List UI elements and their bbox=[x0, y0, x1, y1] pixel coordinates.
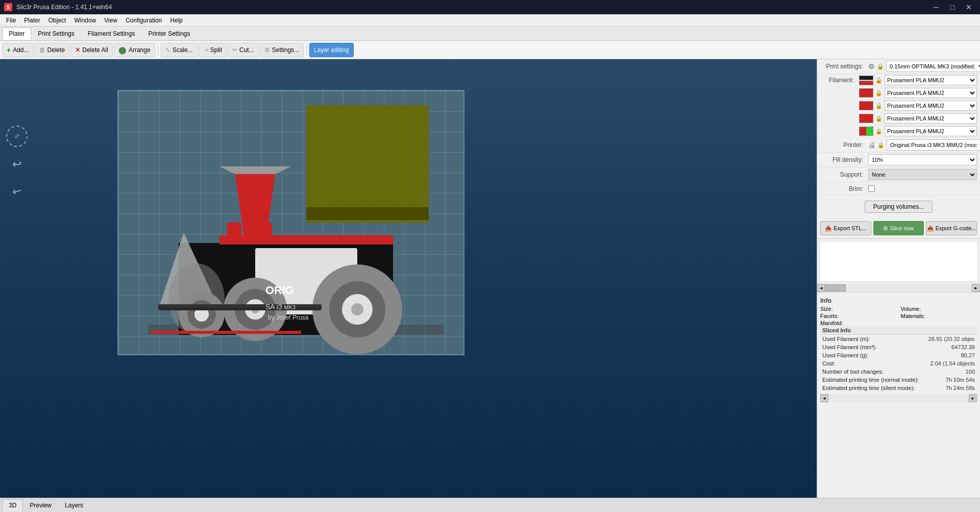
rotate-control[interactable]: ♂ bbox=[6, 126, 28, 147]
scroll-track[interactable] bbox=[825, 284, 972, 292]
scroll-right[interactable]: ► bbox=[972, 284, 980, 292]
used-filament-mm3-value: 64732.39 bbox=[924, 343, 977, 351]
info-panel: Info Size: Volume: Facets: Materials: Ma… bbox=[817, 292, 980, 405]
print-settings-select[interactable]: 0.15mm OPTIMAL MK3 (modified; bbox=[886, 61, 980, 72]
menu-plater[interactable]: Plater bbox=[20, 16, 44, 25]
add-label: Add... bbox=[13, 46, 29, 54]
titlebar-controls: ─ □ ✕ bbox=[929, 2, 976, 13]
view-controls: ♂ ↩ ↙ bbox=[6, 126, 28, 200]
filament-select-2[interactable]: Prusament PLA MMU2 bbox=[885, 88, 977, 98]
menu-window[interactable]: Window bbox=[70, 16, 100, 25]
split-label: Split bbox=[210, 46, 222, 54]
close-button[interactable]: ✕ bbox=[962, 2, 976, 13]
tab-plater[interactable]: Plater bbox=[2, 28, 31, 40]
restore-button[interactable]: □ bbox=[945, 2, 960, 13]
arrange-label: Arrange bbox=[129, 46, 151, 54]
info-scroll-track[interactable] bbox=[828, 394, 969, 402]
fill-density-select[interactable]: 10% bbox=[868, 154, 977, 165]
undo-control[interactable]: ↩ bbox=[8, 155, 26, 174]
sliced-info-header: Sliced Info bbox=[820, 326, 977, 335]
info-facets-label: Facets: bbox=[820, 313, 897, 319]
info-volume-label: Volume: bbox=[901, 306, 977, 312]
info-manifold-label: Manifold: bbox=[820, 320, 897, 326]
add-button[interactable]: + Add... bbox=[2, 43, 34, 57]
filament-color-black bbox=[859, 76, 873, 80]
info-scroll-left[interactable]: ◄ bbox=[820, 394, 828, 402]
train-scene: ORIG SA i3 MK3 by Josef Prusa bbox=[117, 90, 464, 355]
scale-label: Scale... bbox=[173, 46, 193, 54]
view-tab-layers[interactable]: Layers bbox=[58, 499, 90, 511]
svg-rect-24 bbox=[158, 304, 322, 307]
settings-label: Settings... bbox=[272, 46, 299, 54]
delete-label: Delete bbox=[47, 46, 65, 54]
brim-label: Brim: bbox=[820, 185, 866, 192]
print-time-silent-label: Estimated printing time (silent mode): bbox=[820, 384, 924, 392]
fill-density-label: Fill density: bbox=[820, 156, 866, 163]
slice-now-button[interactable]: ⚙ Slice now bbox=[873, 221, 924, 235]
info-size-label: Size: bbox=[820, 306, 897, 312]
svg-rect-6 bbox=[227, 223, 241, 244]
export-gcode-icon: 📤 bbox=[927, 225, 934, 232]
tab-filament-settings[interactable]: Filament Settings bbox=[81, 28, 142, 40]
export-stl-button[interactable]: 📤 Export STL... bbox=[820, 221, 871, 235]
menu-help[interactable]: Help bbox=[166, 16, 187, 25]
svg-rect-28 bbox=[151, 331, 301, 334]
info-basic: Size: Volume: Facets: Materials: Manifol… bbox=[820, 306, 977, 326]
used-filament-m-label: Used Filament (m): bbox=[820, 335, 924, 343]
info-materials-label: Materials: bbox=[901, 313, 977, 319]
split-button[interactable]: ⊣ Split bbox=[199, 43, 227, 57]
tab-print-settings[interactable]: Print Settings bbox=[31, 28, 81, 40]
menu-object[interactable]: Object bbox=[44, 16, 70, 25]
filament-select-4[interactable]: Prusament PLA MMU2 bbox=[885, 113, 977, 124]
print-settings-icon: ⚙ bbox=[868, 62, 875, 70]
info-scroll-right[interactable]: ► bbox=[969, 394, 977, 402]
tool-changes-value: 100 bbox=[924, 368, 977, 376]
printer-icon: 🖨 bbox=[868, 141, 875, 149]
toolbar: + Add... 🗑 Delete ✕ Delete All ⬤ Arrange… bbox=[0, 41, 980, 59]
view-tab-3d[interactable]: 3D bbox=[2, 499, 23, 511]
menu-file[interactable]: File bbox=[2, 16, 20, 25]
menu-configuration[interactable]: Configuration bbox=[121, 16, 166, 25]
filament-select-3[interactable]: Prusament PLA MMU2 bbox=[885, 101, 977, 111]
filament-select-1[interactable]: Prusament PLA MMU2 bbox=[885, 75, 977, 85]
action-buttons: 📤 Export STL... ⚙ Slice now 📤 Export G-c… bbox=[817, 218, 980, 239]
filament-select-5[interactable]: Prusament PLA MMU2 bbox=[885, 126, 977, 136]
pan-control[interactable]: ↙ bbox=[4, 178, 29, 203]
support-select[interactable]: None bbox=[868, 169, 977, 180]
arrange-button[interactable]: ⬤ Arrange bbox=[114, 43, 155, 57]
settings-icon: ⚙ bbox=[264, 46, 270, 54]
app-icon: S bbox=[4, 3, 12, 11]
view-tab-preview[interactable]: Preview bbox=[23, 499, 58, 511]
minimize-button[interactable]: ─ bbox=[929, 2, 943, 13]
menubar: File Plater Object Window View Configura… bbox=[0, 14, 980, 27]
delete-all-button[interactable]: ✕ Delete All bbox=[70, 43, 113, 57]
printer-select[interactable]: Original Prusa i3 MK3 MMU2 (moc bbox=[887, 139, 980, 151]
view-tabs-bar: 3D Preview Layers bbox=[0, 498, 980, 512]
lock-icon-1: 🔒 bbox=[875, 77, 883, 84]
delete-button[interactable]: 🗑 Delete bbox=[35, 43, 70, 57]
export-stl-icon: 📤 bbox=[825, 225, 832, 232]
lock-icon-5: 🔒 bbox=[875, 128, 883, 135]
delete-all-label: Delete All bbox=[82, 46, 108, 54]
brim-checkbox[interactable] bbox=[868, 185, 875, 192]
printer-row: Printer: 🖨 🔒 Original Prusa i3 MK3 MMU2 … bbox=[817, 138, 980, 153]
cut-button[interactable]: ✂ Cut... bbox=[228, 43, 259, 57]
viewport[interactable]: ORIG SA i3 MK3 by Josef Prusa ♂ ↩ ↙ bbox=[0, 59, 817, 498]
tab-printer-settings[interactable]: Printer Settings bbox=[141, 28, 197, 40]
menu-view[interactable]: View bbox=[100, 16, 121, 25]
scroll-thumb[interactable] bbox=[825, 284, 846, 291]
titlebar-left: S Slic3r Prusa Edition - 1.41.1+win64 bbox=[4, 3, 112, 11]
scroll-left[interactable]: ◄ bbox=[817, 284, 825, 292]
fill-density-row: Fill density: 10% bbox=[817, 153, 980, 167]
info-title: Info bbox=[820, 296, 977, 306]
filament-row-1: Filament: 🔒 Prusament PLA MMU2 bbox=[817, 74, 980, 87]
settings-button[interactable]: ⚙ Settings... bbox=[260, 43, 304, 57]
export-gcode-button[interactable]: 📤 Export G-code... bbox=[926, 221, 977, 235]
scale-button[interactable]: ⤡ Scale... bbox=[161, 43, 198, 57]
support-label: Support: bbox=[820, 171, 866, 178]
export-stl-label: Export STL... bbox=[834, 225, 866, 231]
layer-editing-button[interactable]: Layer editing bbox=[309, 43, 354, 57]
sliced-info-table: Used Filament (m): 26.91 (20.32 objec Us… bbox=[820, 335, 977, 392]
purging-volumes-button[interactable]: Purging volumes... bbox=[865, 201, 933, 213]
filament-label: Filament: bbox=[820, 77, 857, 84]
